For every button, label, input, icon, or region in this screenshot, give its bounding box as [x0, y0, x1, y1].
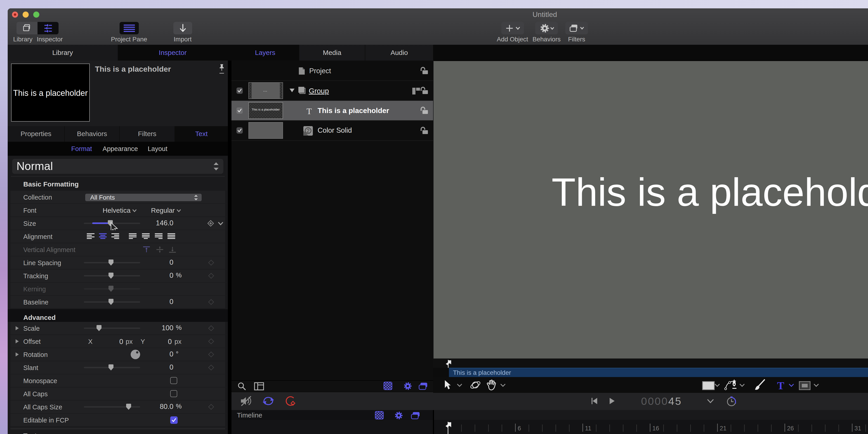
svg-text:16: 16	[652, 425, 659, 432]
svg-text:21: 21	[720, 425, 726, 432]
svg-text:11: 11	[585, 425, 591, 432]
svg-text:6: 6	[518, 425, 521, 432]
svg-text:2: 2	[307, 128, 309, 134]
svg-text:26: 26	[787, 425, 794, 432]
svg-text:31: 31	[855, 425, 861, 432]
